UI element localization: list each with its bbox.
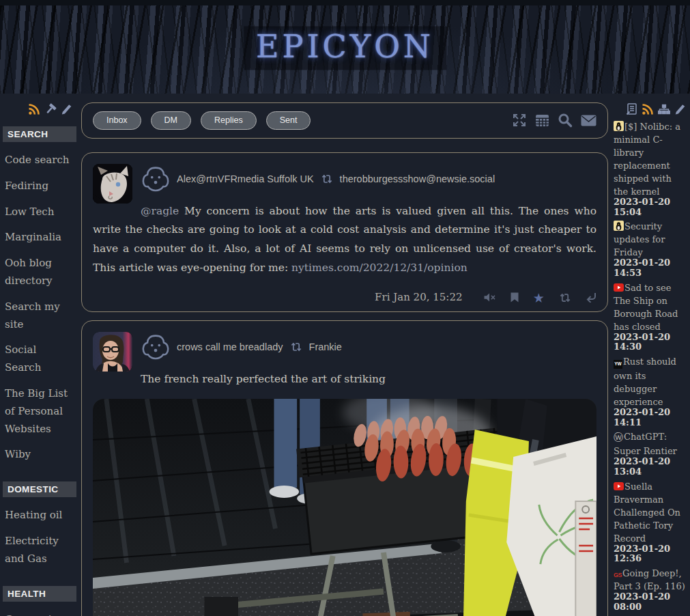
newswire-date: 2023-01-20 08:00 — [614, 592, 688, 612]
bookmark-icon[interactable] — [510, 292, 519, 303]
newswire-icon-row — [614, 103, 688, 120]
mention-link[interactable]: @ragle — [141, 205, 179, 217]
timeline-icon-group — [512, 113, 596, 128]
rss-feed-icon[interactable] — [642, 103, 654, 115]
newswire-date: 2023-01-20 13:04 — [614, 457, 688, 477]
left-sidebar-icon-row — [0, 103, 79, 120]
newswire-document-icon[interactable] — [626, 103, 637, 115]
tab-sent[interactable]: Sent — [266, 111, 311, 130]
newswire-column: [$] Nolibc: a minimal C-library replacem… — [614, 94, 690, 616]
youtube-icon — [614, 481, 624, 491]
newswire-item: ⓌChatGPT: Super Rentier 2023-01-20 13:04 — [614, 430, 688, 477]
post-author-handle[interactable]: crows call me breadlady — [177, 341, 283, 352]
star-icon[interactable]: ★ — [533, 290, 545, 305]
boost-indicator-icon — [289, 341, 303, 352]
edit-pen-icon[interactable] — [61, 103, 73, 115]
avatar[interactable] — [93, 164, 132, 204]
boost-indicator-icon — [320, 173, 334, 184]
health-links: Coronavirus statistics — [0, 611, 79, 616]
mute-icon[interactable] — [483, 292, 496, 303]
newswire-date: 2023-01-20 15:04 — [614, 197, 688, 217]
newswire-item: Security updates for Friday 2023-01-20 1… — [614, 219, 688, 278]
page-layout: SEARCH Code search Fediring Low Tech Mar… — [0, 94, 690, 616]
search-links: Code search Fediring Low Tech Marginalia… — [0, 152, 79, 464]
youtube-icon — [614, 282, 624, 292]
post-2: crows call me breadlady Frankie The fren… — [81, 320, 608, 616]
post-timestamp[interactable]: Fri Jan 20, 15:22 — [375, 291, 462, 303]
lwn-icon — [614, 221, 624, 231]
dog-person-icon[interactable] — [141, 165, 171, 193]
edit-pen-icon[interactable] — [674, 103, 687, 115]
newswire-item: [$] Nolibc: a minimal C-library replacem… — [614, 120, 688, 217]
newswire-item: Sad to see The Ship on Borough Road has … — [614, 281, 688, 352]
yw-favicon-icon: YW — [614, 360, 622, 369]
newswire-link[interactable]: Going Deep!, Part 3 (Ep. 116) — [614, 568, 685, 591]
post-photo-strike-grill[interactable] — [93, 399, 596, 616]
search-icon[interactable] — [558, 113, 573, 128]
sidebar-link-search-my-site[interactable]: Search my site — [5, 298, 74, 334]
newswire-link[interactable]: [$] Nolibc: a minimal C-library replacem… — [614, 122, 680, 197]
post-footer: Fri Jan 20, 15:22 ★ — [93, 290, 596, 303]
post-header: Alex@rtnVFRmedia Suffolk UK therobburges… — [141, 163, 596, 195]
newswire-item: YWRust should own its debugger experienc… — [614, 354, 688, 428]
dog-person-icon[interactable] — [141, 333, 171, 361]
post-1: Alex@rtnVFRmedia Suffolk UK therobburges… — [81, 152, 608, 313]
sidebar-header-domestic: DOMESTIC — [3, 481, 76, 497]
sidebar-link-code-search[interactable]: Code search — [5, 152, 74, 169]
banner[interactable]: EPICYON — [0, 5, 690, 94]
lwn-icon — [614, 121, 624, 131]
hammer-icon[interactable] — [44, 103, 57, 115]
newswire-item: Suella Braverman Challenged On Pathetic … — [614, 479, 688, 564]
sidebar-link-big-list-personal-websites[interactable]: The Big List of Personal Websites — [5, 385, 74, 438]
sidebar-header-search: SEARCH — [3, 126, 76, 142]
reply-icon[interactable] — [586, 292, 596, 303]
banner-title: EPICYON — [244, 26, 446, 70]
sidebar-link-low-tech[interactable]: Low Tech — [5, 204, 74, 221]
sidebar-link-coronavirus-statistics[interactable]: Coronavirus statistics — [5, 611, 74, 616]
timeline-controls: Inbox DM Replies Sent — [81, 102, 608, 139]
timeline-column: Inbox DM Replies Sent — [79, 94, 614, 616]
newswire-item: GSGoing Deep!, Part 3 (Ep. 116) 2023-01-… — [614, 566, 688, 612]
show-hide-envelope-icon[interactable] — [581, 115, 596, 126]
rss-feed-icon[interactable] — [28, 103, 40, 115]
wordpress-icon: Ⓦ — [614, 432, 623, 444]
sidebar-link-social-search[interactable]: Social Search — [5, 341, 74, 377]
post-body: @ragle My concern is about how the arts … — [93, 202, 596, 279]
sidebar-link-heating-oil[interactable]: Heating oil — [5, 507, 74, 524]
sitemap-icon[interactable] — [658, 104, 670, 115]
boost-target-handle[interactable]: therobburgessshow@newsie.social — [340, 173, 495, 184]
boost-target-handle[interactable]: Frankie — [309, 341, 342, 352]
newswire-link[interactable]: Rust should own its debugger experience — [614, 356, 676, 407]
post-text: The french really perfected the art of s… — [141, 373, 386, 385]
sidebar-link-fediring[interactable]: Fediring — [5, 178, 74, 195]
newswire-date: 2023-01-20 14:53 — [614, 258, 688, 278]
sidebar-link-wiby[interactable]: Wiby — [5, 446, 74, 464]
domestic-links: Heating oil Electricity and Gas — [0, 507, 79, 568]
left-sidebar: SEARCH Code search Fediring Low Tech Mar… — [0, 94, 79, 616]
calendar-icon[interactable] — [535, 113, 549, 128]
article-link[interactable]: nytimes.com/2022/12/31/opinion — [291, 262, 468, 274]
top-strip — [0, 0, 690, 5]
tab-replies[interactable]: Replies — [201, 111, 257, 130]
post-author-handle[interactable]: Alex@rtnVFRmedia Suffolk UK — [177, 173, 314, 184]
post-body: The french really perfected the art of s… — [93, 370, 596, 389]
newswire-date: 2023-01-20 14:30 — [614, 333, 688, 352]
gs-icon: GS — [614, 572, 622, 578]
newswire-date: 2023-01-20 12:36 — [614, 544, 688, 564]
sidebar-link-marginalia[interactable]: Marginalia — [5, 229, 74, 247]
sidebar-link-electricity-and-gas[interactable]: Electricity and Gas — [5, 533, 74, 568]
tab-dm[interactable]: DM — [151, 111, 191, 130]
newswire-date: 2023-01-20 14:11 — [614, 408, 688, 428]
post-header: crows call me breadlady Frankie — [141, 331, 596, 363]
tab-inbox[interactable]: Inbox — [93, 111, 141, 130]
expand-icon[interactable] — [512, 113, 527, 128]
repeat-icon[interactable] — [558, 292, 572, 303]
sidebar-link-ooh-blog-directory[interactable]: Ooh blog directory — [5, 255, 74, 290]
avatar[interactable] — [93, 332, 132, 372]
sidebar-header-health: HEALTH — [3, 586, 76, 602]
